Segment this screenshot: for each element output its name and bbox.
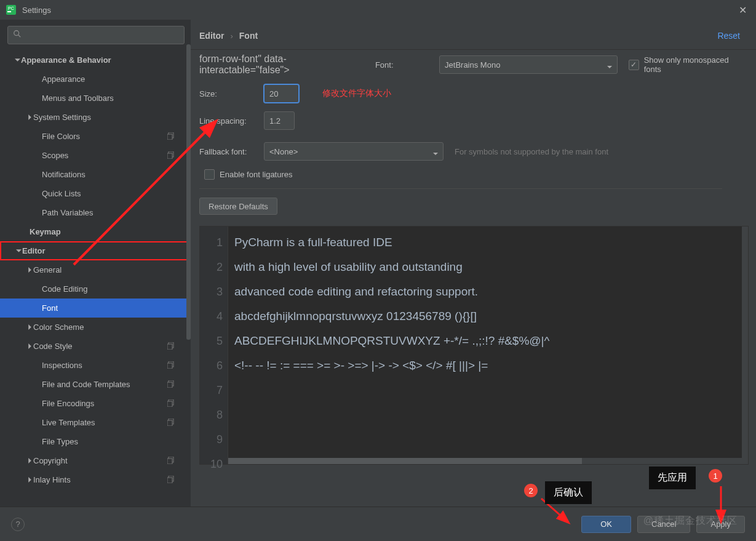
sidebar-item-file-and-code-templates[interactable]: File and Code Templates	[0, 375, 191, 394]
sidebar-item-path-variables[interactable]: Path Variables	[0, 203, 191, 222]
svg-rect-6	[167, 134, 172, 140]
ok-button[interactable]: OK	[581, 516, 631, 533]
content-panel: Editor › Font Reset form-row-font" data-…	[191, 20, 756, 507]
sidebar-item-code-style[interactable]: Code Style	[0, 337, 191, 356]
svg-rect-12	[167, 363, 172, 369]
app-icon: PC	[6, 5, 16, 15]
sidebar-item-scopes[interactable]: Scopes	[0, 146, 191, 165]
chevron-icon	[34, 152, 42, 159]
sidebar-item-file-encodings[interactable]: File Encodings	[0, 394, 191, 413]
sidebar-item-editor[interactable]: Editor	[0, 241, 191, 260]
svg-rect-10	[167, 344, 172, 350]
svg-rect-16	[167, 401, 172, 407]
sidebar-item-code-editing[interactable]: Code Editing	[0, 279, 191, 299]
ligatures-checkbox[interactable]	[204, 169, 215, 180]
copy-icon	[167, 399, 176, 408]
chevron-icon	[34, 190, 42, 198]
sidebar-item-live-templates[interactable]: Live Templates	[0, 413, 191, 432]
sidebar-item-menus-and-toolbars[interactable]: Menus and Toolbars	[0, 89, 191, 108]
chevron-icon	[26, 114, 33, 121]
svg-rect-8	[167, 153, 172, 159]
preview-hscrollbar[interactable]	[228, 458, 748, 464]
sidebar-item-label: Editor	[22, 246, 189, 255]
titlebar: PC Settings ✕	[0, 0, 756, 20]
sidebar-item-font[interactable]: Font	[0, 299, 191, 318]
sidebar-item-label: Color Scheme	[33, 323, 191, 332]
sidebar-item-general[interactable]: General	[0, 260, 191, 279]
sidebar-item-appearance-behavior[interactable]: Appearance & Behavior	[0, 50, 191, 70]
sidebar-item-label: Notifications	[42, 170, 191, 179]
chevron-icon	[34, 362, 42, 369]
chevron-icon	[34, 76, 42, 83]
svg-rect-1	[7, 11, 11, 12]
copy-icon	[167, 132, 176, 141]
svg-text:PC: PC	[8, 6, 14, 10]
ligatures-label: Enable font ligatures	[220, 170, 293, 179]
spacing-input[interactable]	[264, 111, 295, 130]
copy-icon	[167, 419, 176, 427]
sidebar: Appearance & BehaviorAppearanceMenus and…	[0, 20, 191, 507]
chevron-icon	[34, 305, 42, 312]
chevron-icon	[34, 171, 42, 178]
settings-tree[interactable]: Appearance & BehaviorAppearanceMenus and…	[0, 50, 191, 507]
chevron-icon	[34, 419, 42, 427]
sidebar-scrollbar[interactable]	[186, 44, 191, 340]
sidebar-item-color-scheme[interactable]: Color Scheme	[0, 318, 191, 337]
sidebar-item-label: Code Editing	[42, 284, 191, 294]
sidebar-item-copyright[interactable]: Copyright	[0, 451, 191, 470]
svg-rect-18	[167, 420, 172, 426]
chevron-icon	[34, 286, 42, 293]
sidebar-item-label: Keymap	[30, 227, 191, 236]
window-title: Settings	[22, 6, 735, 15]
chevron-icon	[26, 457, 33, 465]
reset-link[interactable]: Reset	[717, 31, 740, 41]
chevron-icon	[26, 343, 33, 350]
monospaced-checkbox[interactable]	[629, 60, 639, 70]
sidebar-item-notifications[interactable]: Notifications	[0, 165, 191, 184]
sidebar-item-quick-lists[interactable]: Quick Lists	[0, 184, 191, 203]
sidebar-item-keymap[interactable]: Keymap	[0, 222, 191, 241]
sidebar-item-inspections[interactable]: Inspections	[0, 356, 191, 375]
sidebar-item-label: Path Variables	[42, 208, 191, 217]
sidebar-item-appearance[interactable]: Appearance	[0, 70, 191, 89]
restore-defaults-button[interactable]: Restore Defaults	[199, 198, 277, 215]
monospaced-label: Show only monospaced fonts	[644, 55, 747, 74]
search-box[interactable]	[7, 26, 185, 44]
fallback-hint: For symbols not supported by the main fo…	[455, 147, 608, 156]
badge-2: 2	[524, 484, 538, 497]
search-input[interactable]	[25, 31, 179, 40]
form-row-size: Size: 修改文件字体大小	[199, 84, 747, 103]
chevron-icon	[34, 381, 42, 388]
font-select[interactable]: JetBrains Mono	[439, 55, 618, 74]
copy-icon	[167, 151, 176, 160]
fallback-select[interactable]: <None>	[264, 142, 444, 161]
close-button[interactable]: ✕	[735, 4, 750, 16]
size-input[interactable]	[264, 84, 299, 103]
chevron-icon	[14, 57, 21, 64]
preview-gutter: 12345678910	[200, 226, 228, 464]
font-value: JetBrains Mono	[445, 60, 607, 70]
preview-code: PyCharm is a full-featured IDEwith a hig…	[228, 226, 748, 464]
sidebar-item-inlay-hints[interactable]: Inlay Hints	[0, 470, 191, 489]
footer: ? OK Cancel Apply	[0, 507, 756, 541]
sidebar-item-file-types[interactable]: File Types	[0, 432, 191, 451]
sidebar-item-label: Appearance	[42, 74, 191, 84]
caret-down-icon	[607, 62, 612, 67]
sidebar-item-label: System Settings	[33, 113, 191, 122]
copy-icon	[167, 457, 176, 465]
chevron-icon	[26, 476, 33, 484]
chevron-icon	[15, 247, 22, 255]
sidebar-item-label: Appearance & Behavior	[21, 55, 191, 65]
badge-1: 1	[709, 469, 722, 483]
sidebar-item-file-colors[interactable]: File Colors	[0, 127, 191, 146]
breadcrumb-parent[interactable]: Editor	[199, 31, 224, 41]
chevron-icon	[34, 400, 42, 407]
spacing-label: Line spacing:	[199, 116, 264, 126]
preview-vscrollbar[interactable]	[742, 226, 748, 464]
help-button[interactable]: ?	[11, 518, 25, 531]
chevron-icon	[34, 209, 42, 217]
fallback-label: Fallback font:	[199, 147, 264, 156]
tooltip-apply: 先应用	[649, 467, 696, 489]
sidebar-item-system-settings[interactable]: System Settings	[0, 108, 191, 127]
breadcrumb-sep: ›	[230, 31, 233, 41]
